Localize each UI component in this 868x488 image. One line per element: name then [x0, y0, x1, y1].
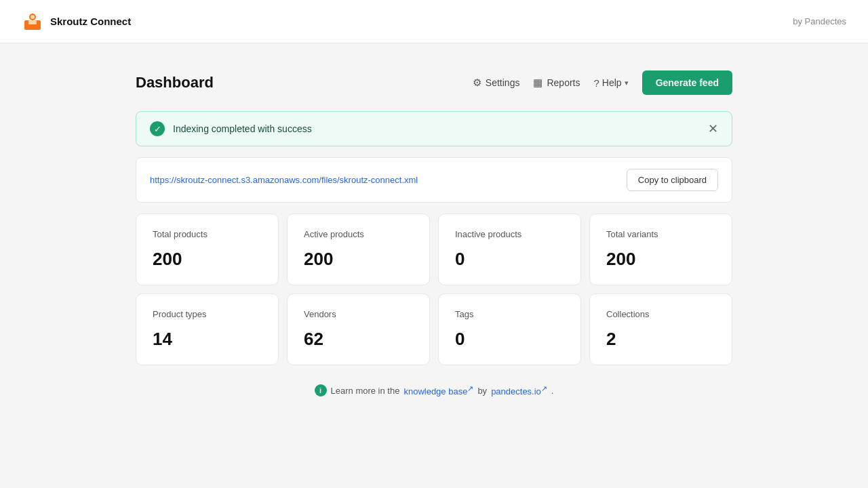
stat-value-total-products: 200 — [153, 249, 262, 270]
alert-message: Indexing completed with success — [173, 123, 312, 134]
stat-label-vendors: Vendors — [304, 309, 413, 319]
stat-card-active-products: Active products 200 — [287, 214, 430, 285]
page-title: Dashboard — [136, 74, 214, 92]
alert-left: ✓ Indexing completed with success — [150, 121, 312, 136]
stat-label-tags: Tags — [455, 309, 564, 319]
stat-value-product-types: 14 — [153, 329, 262, 350]
page-header: Dashboard ⚙ Settings ▦ Reports ? Help ▾ … — [136, 70, 732, 95]
brand-name: Skroutz Connect — [50, 16, 131, 27]
help-button[interactable]: ? Help ▾ — [593, 77, 628, 89]
success-alert: ✓ Indexing completed with success ✕ — [136, 111, 732, 146]
settings-label: Settings — [486, 77, 520, 88]
settings-icon: ⚙ — [473, 77, 481, 89]
stat-label-collections: Collections — [606, 309, 715, 319]
stat-card-product-types: Product types 14 — [136, 293, 279, 365]
stat-value-vendors: 62 — [304, 329, 413, 350]
external-link-icon: ↗ — [467, 384, 473, 392]
brand-icon — [22, 11, 43, 33]
brand: Skroutz Connect — [22, 11, 131, 33]
footer-dot: . — [551, 386, 554, 396]
stat-value-total-variants: 200 — [606, 249, 715, 270]
stat-value-inactive-products: 0 — [455, 249, 564, 270]
generate-feed-button[interactable]: Generate feed — [642, 70, 732, 95]
check-circle-icon: ✓ — [150, 121, 165, 136]
info-icon: i — [315, 384, 327, 396]
alert-close-button[interactable]: ✕ — [708, 123, 718, 135]
feed-url-link[interactable]: https://skroutz-connect.s3.amazonaws.com… — [150, 175, 418, 185]
reports-icon: ▦ — [533, 77, 542, 89]
stat-value-active-products: 200 — [304, 249, 413, 270]
pandectes-label: pandectes.io — [491, 386, 541, 396]
navbar: Skroutz Connect by Pandectes — [0, 0, 868, 43]
stat-label-inactive-products: Inactive products — [455, 229, 564, 239]
stats-grid-row1: Total products 200 Active products 200 I… — [136, 214, 732, 285]
stat-card-total-variants: Total variants 200 — [589, 214, 732, 285]
knowledge-base-label: knowledge base — [403, 386, 467, 396]
knowledge-base-link[interactable]: knowledge base↗ — [403, 384, 473, 396]
stat-label-total-products: Total products — [153, 229, 262, 239]
copy-clipboard-button[interactable]: Copy to clipboard — [627, 169, 718, 191]
stat-card-total-products: Total products 200 — [136, 214, 279, 285]
main-content: Dashboard ⚙ Settings ▦ Reports ? Help ▾ … — [0, 43, 868, 424]
stat-card-collections: Collections 2 — [589, 293, 732, 365]
stat-value-tags: 0 — [455, 329, 564, 350]
pandectes-link[interactable]: pandectes.io↗ — [491, 384, 547, 396]
stat-card-vendors: Vendors 62 — [287, 293, 430, 365]
stat-card-inactive-products: Inactive products 0 — [438, 214, 581, 285]
navbar-by-text: by Pandectes — [793, 16, 846, 26]
chevron-down-icon: ▾ — [625, 79, 629, 87]
stat-value-collections: 2 — [606, 329, 715, 350]
learn-more-text: Learn more in the — [331, 386, 400, 396]
stat-card-tags: Tags 0 — [438, 293, 581, 365]
reports-label: Reports — [547, 77, 580, 88]
help-icon: ? — [593, 77, 599, 89]
footer-info: i Learn more in the knowledge base↗ by p… — [136, 384, 732, 396]
stat-label-total-variants: Total variants — [606, 229, 715, 239]
svg-point-3 — [31, 15, 35, 19]
stat-label-product-types: Product types — [153, 309, 262, 319]
help-label: Help — [602, 77, 622, 88]
external-link-icon-2: ↗ — [541, 384, 547, 392]
header-actions: ⚙ Settings ▦ Reports ? Help ▾ Generate f… — [473, 70, 732, 95]
settings-button[interactable]: ⚙ Settings — [473, 77, 520, 89]
stat-label-active-products: Active products — [304, 229, 413, 239]
footer-by-text: by — [477, 386, 487, 396]
url-bar: https://skroutz-connect.s3.amazonaws.com… — [136, 157, 732, 203]
svg-rect-1 — [28, 20, 37, 24]
stats-grid-row2: Product types 14 Vendors 62 Tags 0 Colle… — [136, 293, 732, 365]
reports-button[interactable]: ▦ Reports — [533, 77, 580, 89]
